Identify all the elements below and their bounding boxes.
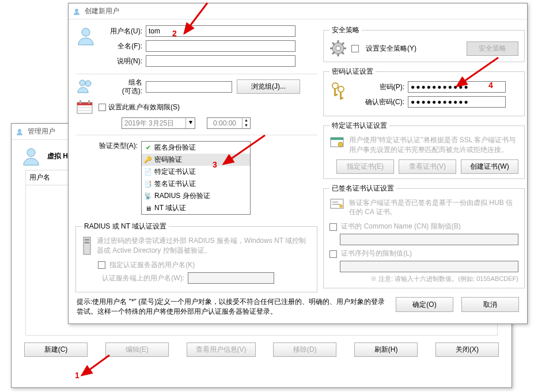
radius-username-input — [188, 272, 274, 284]
svg-point-39 — [339, 204, 343, 208]
svg-rect-9 — [77, 102, 92, 105]
group-input[interactable] — [146, 81, 232, 93]
svg-point-6 — [79, 80, 85, 86]
user-icon — [72, 7, 81, 16]
svg-point-30 — [338, 86, 344, 92]
pwd-confirm-label: 确认密码(C): — [351, 97, 404, 107]
close-button[interactable]: 关闭(X) — [435, 342, 499, 357]
cn-limit-checkbox[interactable] — [329, 223, 337, 231]
group-label-2: (可选): — [101, 87, 142, 95]
radius-desc: 通过密码的登录尝试通过外部 RADIUS 服务端，Windows NT 域控制器… — [97, 236, 311, 256]
security-policy-frame: 安全策略 设置安全策略(Y) 安全策略 — [323, 25, 525, 62]
pwd-legend: 密码认证设置 — [329, 67, 376, 77]
auth-item-anonymous[interactable]: ✔匿名身份验证 — [142, 142, 250, 154]
auth-item-label: 特定证书认证 — [154, 167, 196, 177]
check-icon: ✔ — [144, 144, 152, 152]
create-cert-button[interactable]: 创建证书(W) — [461, 159, 518, 174]
sec-policy-checkbox[interactable] — [351, 45, 359, 52]
edit-button[interactable]: 编辑(E) — [105, 342, 169, 357]
create-user-dialog: 创建新用户 用户名(U): 全名(F): 说明(N): — [68, 3, 528, 324]
auth-item-label: 密码验证 — [154, 155, 182, 165]
signed-cert-frame: 已签名证书认证设置 验证客户端证书是否已签名是基于一份由虚拟 HUB 信任的 C… — [323, 184, 525, 289]
view-cert-button[interactable]: 查看证书(V) — [399, 159, 456, 174]
annotation-2: 2 — [172, 29, 177, 38]
expiry-time-input[interactable]: ▲▼ — [207, 117, 251, 129]
password-auth-frame: 密码认证设置 密码(P): 确认密码(C): — [323, 67, 525, 116]
signed-cert-icon: 📑 — [144, 180, 152, 188]
gear-icon — [329, 40, 347, 57]
signed-desc: 验证客户端证书是否已签名是基于一份由虚拟 HUB 信任的 CA 证书。 — [349, 198, 518, 218]
fullname-label: 全名(F): — [101, 41, 142, 51]
auth-item-label: RADIUS 身份验证 — [154, 191, 210, 201]
sn-limit-checkbox[interactable] — [329, 250, 337, 258]
fullname-input[interactable] — [146, 40, 295, 52]
expiry-time-text[interactable] — [207, 118, 242, 128]
calendar-icon — [75, 99, 94, 115]
svg-rect-10 — [79, 100, 81, 104]
svg-line-25 — [342, 43, 344, 45]
auth-item-label: 签名证书认证 — [154, 179, 196, 189]
svg-rect-37 — [332, 201, 338, 203]
group-label-1: 组名 — [101, 78, 142, 86]
svg-point-35 — [338, 142, 343, 147]
cancel-button[interactable]: 取消 — [461, 297, 519, 312]
cert-icon — [329, 135, 344, 155]
nt-icon: 🖥 — [144, 204, 152, 212]
radius-user-label: 指定认证服务器的用户名(K) — [109, 261, 195, 269]
svg-point-3 — [75, 9, 78, 12]
spec-cert-button[interactable]: 指定证书(E) — [336, 159, 394, 174]
svg-point-0 — [18, 129, 21, 132]
auth-item-cert[interactable]: 📄特定证书认证 — [142, 166, 250, 178]
sec-policy-legend: 安全策略 — [329, 25, 362, 35]
svg-rect-11 — [88, 100, 90, 104]
svg-point-7 — [85, 81, 91, 86]
auth-item-ntdomain[interactable]: 🖥NT 域认证 — [142, 202, 250, 214]
set-expiry-label: 设置此账户有效期限(S) — [108, 102, 180, 112]
dlg-title: 创建新用户 — [85, 6, 119, 16]
cert-legend: 特定证书认证设置 — [329, 121, 389, 131]
remove-button[interactable]: 移除(D) — [273, 342, 336, 357]
spin-up-icon[interactable]: ▲ — [242, 118, 250, 123]
auth-item-radius[interactable]: 📡RADIUS 身份验证 — [142, 190, 250, 202]
sec-policy-button[interactable]: 安全策略 — [467, 41, 518, 56]
auth-item-signed-cert[interactable]: 📑签名证书认证 — [142, 178, 250, 190]
set-expiry-checkbox[interactable] — [98, 104, 106, 111]
browse-group-button[interactable]: 浏览组(J)... — [237, 79, 300, 94]
user-icon — [15, 127, 24, 136]
auth-type-list[interactable]: ✔匿名身份验证 🔑密码验证 📄特定证书认证 📑签名证书认证 📡RADIUS 身份… — [141, 141, 251, 215]
view-user-button[interactable]: 查看用户信息(V) — [187, 342, 256, 357]
expiry-date-input[interactable] — [122, 118, 185, 128]
annotation-1: 1 — [75, 371, 79, 380]
user-icon — [21, 146, 41, 166]
dlg-titlebar[interactable]: 创建新用户 — [69, 3, 527, 20]
sn-limit-label: 证书序列号的限制值(L) — [341, 249, 412, 257]
svg-rect-15 — [85, 239, 89, 241]
signed-legend: 已签名证书认证设置 — [329, 184, 396, 193]
password-confirm-input[interactable] — [408, 96, 506, 108]
svg-rect-16 — [85, 242, 89, 243]
radius-nt-frame: RADIUS 或 NT 域认证设置 通过密码的登录尝试通过外部 RADIUS 服… — [75, 222, 317, 292]
calendar-dropdown-icon[interactable]: ▾ — [185, 118, 195, 128]
svg-rect-32 — [340, 97, 343, 99]
svg-rect-38 — [332, 204, 340, 205]
keys-icon — [329, 81, 347, 111]
hint-text: 提示:使用用户名 "*" (星号)定义一个用户对象，以接受不符合任何已注册的、明… — [77, 297, 388, 317]
annotation-4: 4 — [488, 81, 493, 90]
desc-input[interactable] — [146, 55, 295, 67]
mgr-title: 管理用户 — [28, 127, 55, 136]
pwd-label: 密码(P): — [351, 82, 404, 92]
ok-button[interactable]: 确定(O) — [396, 297, 453, 312]
auth-type-label: 验证类型(A): — [75, 141, 138, 215]
username-input[interactable] — [146, 25, 295, 37]
cert-icon: 📄 — [144, 168, 152, 176]
radius-user-checkbox[interactable] — [98, 261, 105, 269]
signed-note: ※ 注意: 请输入十六进制数值。(例如: 0155ABCDEF) — [329, 275, 518, 283]
svg-line-26 — [332, 52, 335, 54]
annotation-3: 3 — [213, 160, 217, 169]
auth-item-password[interactable]: 🔑密码验证 — [142, 154, 250, 166]
key-icon: 🔑 — [144, 156, 152, 164]
auth-item-label: NT 域认证 — [154, 203, 186, 213]
refresh-button[interactable]: 刷新(H) — [354, 342, 418, 357]
new-button[interactable]: 新建(C) — [24, 342, 88, 357]
spin-down-icon[interactable]: ▼ — [242, 123, 250, 128]
